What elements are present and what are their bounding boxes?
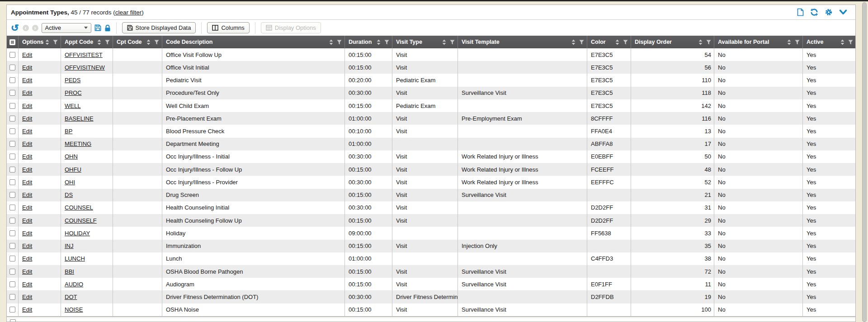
scrollbar-thumb[interactable] bbox=[862, 2, 867, 322]
row-checkbox[interactable] bbox=[9, 256, 15, 261]
appt-code-link[interactable]: OHI bbox=[65, 179, 75, 186]
edit-link[interactable]: Edit bbox=[22, 230, 32, 237]
edit-link[interactable]: Edit bbox=[22, 77, 32, 84]
row-checkbox[interactable] bbox=[9, 65, 15, 70]
appt-code-link[interactable]: DOT bbox=[65, 294, 77, 300]
appt-code-link[interactable]: MEETING bbox=[65, 140, 91, 147]
row-checkbox[interactable] bbox=[9, 269, 15, 275]
sort-icon[interactable] bbox=[571, 39, 576, 45]
sort-icon[interactable] bbox=[840, 39, 844, 45]
edit-link[interactable]: Edit bbox=[22, 268, 32, 275]
appt-code-link[interactable]: INJ bbox=[65, 243, 74, 249]
vertical-scrollbar[interactable] bbox=[862, 2, 867, 322]
filter-icon[interactable] bbox=[579, 40, 584, 45]
edit-link[interactable]: Edit bbox=[22, 64, 32, 71]
appt-code-link[interactable]: NOISE bbox=[65, 306, 83, 313]
undo-icon[interactable]: ↺ bbox=[11, 24, 19, 32]
column-header-portal[interactable]: Available for Portal bbox=[714, 36, 803, 48]
row-checkbox[interactable] bbox=[9, 52, 15, 58]
sort-icon[interactable] bbox=[146, 39, 151, 45]
row-checkbox[interactable] bbox=[9, 116, 15, 121]
edit-link[interactable]: Edit bbox=[22, 294, 32, 300]
edit-link[interactable]: Edit bbox=[22, 166, 32, 173]
edit-link[interactable]: Edit bbox=[22, 140, 32, 147]
column-header-color[interactable]: Color bbox=[587, 36, 631, 48]
edit-link[interactable]: Edit bbox=[22, 103, 32, 109]
appt-code-link[interactable]: COUNSEL bbox=[65, 204, 93, 211]
column-header-duration[interactable]: Duration bbox=[345, 36, 392, 48]
column-header-active[interactable]: Active bbox=[803, 36, 856, 48]
edit-link[interactable]: Edit bbox=[22, 255, 32, 262]
sort-icon[interactable] bbox=[377, 39, 381, 45]
view-filter-select[interactable]: Active bbox=[42, 23, 91, 33]
column-header-cpt_code[interactable]: Cpt Code bbox=[113, 36, 162, 48]
appt-code-link[interactable]: BBI bbox=[65, 268, 74, 275]
save-view-icon[interactable] bbox=[94, 24, 101, 31]
filter-icon[interactable] bbox=[450, 40, 455, 45]
edit-link[interactable]: Edit bbox=[22, 51, 32, 58]
filter-icon[interactable] bbox=[154, 40, 159, 45]
gear-icon[interactable] bbox=[825, 8, 833, 16]
lock-icon[interactable] bbox=[104, 24, 111, 32]
sort-icon[interactable] bbox=[442, 39, 446, 45]
store-displayed-data-button[interactable]: Store Displayed Data bbox=[122, 22, 196, 33]
filter-icon[interactable] bbox=[795, 40, 800, 45]
row-checkbox[interactable] bbox=[9, 128, 15, 134]
column-header-visit_type[interactable]: Visit Type bbox=[392, 36, 458, 48]
row-checkbox[interactable] bbox=[9, 218, 15, 224]
column-header-display_order[interactable]: Display Order bbox=[631, 36, 714, 48]
edit-link[interactable]: Edit bbox=[22, 128, 32, 135]
sort-icon[interactable] bbox=[97, 39, 101, 45]
select-all-checkbox[interactable] bbox=[9, 39, 15, 45]
sort-icon[interactable] bbox=[615, 39, 619, 45]
appt-code-link[interactable]: AUDIO bbox=[65, 281, 83, 288]
filter-icon[interactable] bbox=[623, 40, 628, 45]
row-checkbox[interactable] bbox=[9, 230, 15, 236]
appt-code-link[interactable]: OHFU bbox=[65, 166, 81, 173]
column-header-options[interactable]: Options bbox=[19, 36, 61, 48]
sort-icon[interactable] bbox=[698, 39, 703, 45]
appt-code-link[interactable]: OHN bbox=[65, 153, 78, 160]
edit-link[interactable]: Edit bbox=[22, 179, 32, 186]
edit-link[interactable]: Edit bbox=[22, 89, 32, 96]
row-checkbox[interactable] bbox=[9, 154, 15, 159]
column-header-description[interactable]: Code Description bbox=[162, 36, 345, 48]
previous-page-button[interactable]: ‹ bbox=[23, 25, 29, 31]
edit-link[interactable]: Edit bbox=[22, 191, 32, 198]
sort-icon[interactable] bbox=[329, 39, 333, 45]
appt-code-link[interactable]: DS bbox=[65, 191, 73, 198]
row-checkbox[interactable] bbox=[9, 243, 15, 249]
appt-code-link[interactable]: HOLIDAY bbox=[65, 230, 90, 237]
columns-button[interactable]: Columns bbox=[207, 22, 249, 33]
new-document-icon[interactable] bbox=[797, 8, 804, 16]
filter-icon[interactable] bbox=[848, 40, 853, 45]
row-checkbox[interactable] bbox=[9, 77, 15, 83]
filter-icon[interactable] bbox=[337, 40, 342, 45]
appt-code-link[interactable]: OFFVISITNEW bbox=[65, 64, 105, 71]
appt-code-link[interactable]: OFFVISITEST bbox=[65, 51, 103, 58]
filter-icon[interactable] bbox=[706, 40, 711, 45]
appt-code-link[interactable]: PEDS bbox=[65, 77, 80, 84]
row-checkbox[interactable] bbox=[9, 205, 15, 210]
refresh-icon[interactable] bbox=[810, 8, 818, 16]
row-checkbox[interactable] bbox=[10, 319, 16, 322]
sort-icon[interactable] bbox=[787, 39, 791, 45]
edit-link[interactable]: Edit bbox=[22, 306, 32, 313]
row-checkbox[interactable] bbox=[9, 294, 15, 300]
edit-link[interactable]: Edit bbox=[22, 243, 32, 249]
appt-code-link[interactable]: PROC bbox=[65, 89, 82, 96]
row-checkbox[interactable] bbox=[9, 167, 15, 173]
edit-link[interactable]: Edit bbox=[22, 153, 32, 160]
appt-code-link[interactable]: BP bbox=[65, 128, 72, 135]
edit-link[interactable]: Edit bbox=[22, 115, 32, 122]
row-checkbox[interactable] bbox=[9, 179, 15, 185]
filter-icon[interactable] bbox=[53, 40, 58, 45]
row-checkbox[interactable] bbox=[9, 103, 15, 109]
edit-link[interactable]: Edit bbox=[22, 204, 32, 211]
row-checkbox[interactable] bbox=[9, 90, 15, 96]
column-header-visit_template[interactable]: Visit Template bbox=[458, 36, 587, 48]
appt-code-link[interactable]: WELL bbox=[65, 103, 80, 109]
appt-code-link[interactable]: COUNSELF bbox=[65, 217, 97, 224]
filter-icon[interactable] bbox=[105, 40, 110, 45]
next-page-button[interactable]: › bbox=[32, 25, 38, 31]
